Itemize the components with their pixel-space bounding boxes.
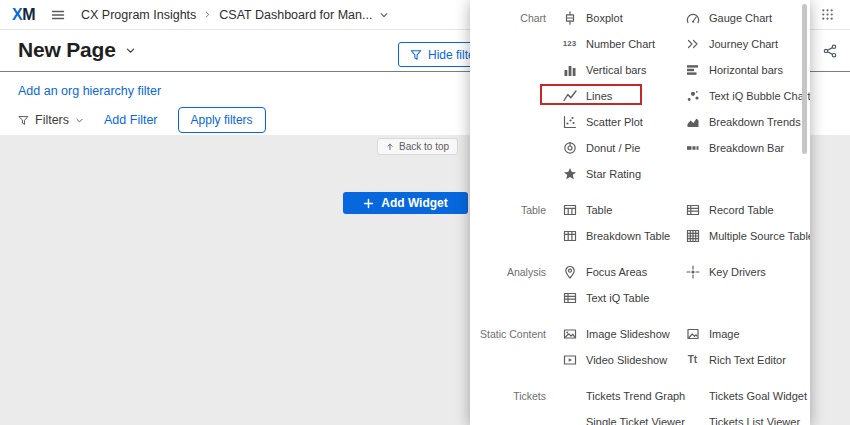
widget-menu-item-label: Breakdown Bar: [709, 142, 784, 154]
apps-grid-icon[interactable]: [821, 8, 834, 21]
xm-logo[interactable]: XM: [12, 6, 35, 24]
widget-menu-item-gauge-chart[interactable]: Gauge Chart: [685, 5, 808, 31]
widget-menu-item-tickets-list-viewer[interactable]: Tickets List Viewer: [685, 409, 808, 425]
chevron-down-icon: [75, 116, 84, 125]
widget-menu-item-key-drivers[interactable]: Key Drivers: [685, 259, 808, 285]
widget-menu-item-horizontal-bars[interactable]: Horizontal bars: [685, 57, 808, 83]
gauge-icon: [685, 11, 700, 26]
journey-icon: [685, 37, 700, 52]
widget-menu-item-table[interactable]: Table: [562, 197, 685, 223]
breakdown-bar-icon: [685, 141, 700, 156]
widget-menu-item-vertical-bars[interactable]: Vertical bars: [562, 57, 685, 83]
hamburger-menu-icon[interactable]: [51, 8, 65, 22]
widget-menu-item-breakdown-bar[interactable]: Breakdown Bar: [685, 135, 808, 161]
widget-menu-item-label: Scatter Plot: [586, 116, 643, 128]
section-label-chart: Chart: [470, 5, 562, 187]
scrollbar-thumb[interactable]: [802, 4, 807, 154]
widget-menu-item-video-slideshow[interactable]: Video Slideshow: [562, 347, 685, 373]
add-filter-link[interactable]: Add Filter: [104, 113, 158, 127]
filter-funnel-icon: [18, 115, 29, 126]
widget-menu-item-focus-areas[interactable]: Focus Areas: [562, 259, 685, 285]
arrow-up-icon: [386, 142, 394, 151]
widget-menu-item-number-chart[interactable]: 123Number Chart: [562, 31, 685, 57]
no-icon: [562, 389, 577, 404]
widget-menu-item-label: Tickets List Viewer: [709, 416, 800, 425]
widget-menu-item-label: Number Chart: [586, 38, 655, 50]
widget-menu-item-label: Focus Areas: [586, 266, 647, 278]
widget-menu-item-breakdown-table[interactable]: Breakdown Table: [562, 223, 685, 249]
add-widget-label: Add Widget: [381, 196, 448, 210]
plus-icon: [363, 198, 374, 209]
widget-menu-item-label: Gauge Chart: [709, 12, 772, 24]
table-icon: [562, 203, 577, 218]
widget-menu-item-rich-text-editor[interactable]: TtRich Text Editor: [685, 347, 808, 373]
video-slideshow-icon: [562, 353, 577, 368]
widget-menu-section-tickets: TicketsTickets Trend GraphSingle Ticket …: [470, 383, 810, 425]
image-slideshow-icon: [562, 327, 577, 342]
widget-menu-item-label: Tickets Trend Graph: [586, 390, 685, 402]
widget-menu-item-donut-pie[interactable]: Donut / Pie: [562, 135, 685, 161]
widget-menu-item-record-table[interactable]: Record Table: [685, 197, 808, 223]
widget-menu-item-journey-chart[interactable]: Journey Chart: [685, 31, 808, 57]
widget-menu-item-label: Breakdown Trends: [709, 116, 801, 128]
widget-menu-item-image-slideshow[interactable]: Image Slideshow: [562, 321, 685, 347]
add-widget-button[interactable]: Add Widget: [343, 192, 468, 214]
widget-menu-item-text-iq-bubble-chart[interactable]: Text iQ Bubble Chart: [685, 83, 808, 109]
breadcrumb: CX Program Insights CSAT Dashboard for M…: [81, 8, 389, 22]
widget-menu-item-label: Boxplot: [586, 12, 623, 24]
widget-menu-item-image[interactable]: Image: [685, 321, 808, 347]
widget-menu-item-breakdown-trends[interactable]: Breakdown Trends: [685, 109, 808, 135]
no-icon: [685, 415, 700, 425]
chevron-right-icon: [203, 10, 212, 19]
share-icon[interactable]: [823, 44, 837, 58]
vertical-bars-icon: [562, 63, 577, 78]
page-title-caret-icon[interactable]: [125, 45, 136, 56]
widget-menu-item-star-rating[interactable]: Star Rating: [562, 161, 685, 187]
widget-menu-item-single-ticket-viewer[interactable]: Single Ticket Viewer: [562, 409, 685, 425]
rich-text-icon: Tt: [685, 353, 700, 368]
xm-logo-x: X: [12, 6, 22, 23]
breakdown-table-icon: [562, 229, 577, 244]
widget-menu-item-boxplot[interactable]: Boxplot: [562, 5, 685, 31]
widget-menu-item-label: Record Table: [709, 204, 774, 216]
section-label-table: Table: [470, 197, 562, 249]
widget-menu-item-lines[interactable]: Lines: [562, 83, 685, 109]
widget-menu-item-label: Image Slideshow: [586, 328, 670, 340]
widget-menu-item-tickets-goal-widget[interactable]: Tickets Goal Widget: [685, 383, 808, 409]
widget-menu-item-label: Key Drivers: [709, 266, 766, 278]
horizontal-bars-icon: [685, 63, 700, 78]
back-to-top-label: Back to top: [399, 141, 449, 152]
widget-menu-section-static-content: Static ContentImage SlideshowVideo Slide…: [470, 321, 810, 373]
filters-dropdown[interactable]: Filters: [18, 113, 84, 127]
breadcrumb-item-dashboard[interactable]: CSAT Dashboard for Man...: [219, 8, 372, 22]
org-hierarchy-filter-link[interactable]: Add an org hierarchy filter: [18, 84, 161, 98]
apply-filters-button[interactable]: Apply filters: [178, 107, 266, 133]
bubble-chart-icon: [685, 89, 700, 104]
widget-menu-item-label: Single Ticket Viewer: [586, 416, 685, 425]
widget-menu-item-label: Video Slideshow: [586, 354, 667, 366]
key-drivers-icon: [685, 265, 700, 280]
textiq-table-icon: [562, 291, 577, 306]
widget-menu-item-label: Rich Text Editor: [709, 354, 786, 366]
widget-menu-item-label: Text iQ Bubble Chart: [709, 90, 810, 102]
chevron-down-icon[interactable]: [379, 10, 389, 20]
widget-menu-item-label: Vertical bars: [586, 64, 647, 76]
focus-areas-icon: [562, 265, 577, 280]
widget-menu-item-tickets-trend-graph[interactable]: Tickets Trend Graph: [562, 383, 685, 409]
widget-menu-item-label: Table: [586, 204, 612, 216]
widget-menu-item-multiple-source-table[interactable]: Multiple Source Table: [685, 223, 808, 249]
widget-menu-item-label: Journey Chart: [709, 38, 778, 50]
widget-menu-item-label: Text iQ Table: [586, 292, 649, 304]
back-to-top-button[interactable]: Back to top: [377, 138, 458, 155]
widget-menu-item-label: Star Rating: [586, 168, 641, 180]
widget-menu-item-label: Lines: [586, 90, 612, 102]
widget-menu-item-text-iq-table[interactable]: Text iQ Table: [562, 285, 685, 311]
breadcrumb-item-program[interactable]: CX Program Insights: [81, 8, 196, 22]
line-chart-icon: [562, 89, 577, 104]
widget-menu-item-scatter-plot[interactable]: Scatter Plot: [562, 109, 685, 135]
widget-menu-item-label: Tickets Goal Widget: [709, 390, 807, 402]
record-table-icon: [685, 203, 700, 218]
widget-menu-section-table: TableTableBreakdown TableRecord TableMul…: [470, 197, 810, 249]
widget-type-menu: ChartBoxplot123Number ChartVertical bars…: [470, 0, 810, 425]
widget-menu-item-label: Donut / Pie: [586, 142, 640, 154]
